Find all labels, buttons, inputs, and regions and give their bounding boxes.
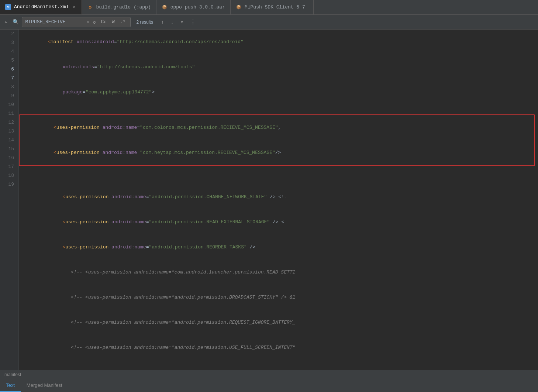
line-num-13: 13 xyxy=(0,127,18,136)
highlighted-block: <uses-permission android:name="com.color… xyxy=(19,114,535,166)
tab-merged-manifest[interactable]: Merged Manifest xyxy=(21,379,68,392)
tab-buildgradle[interactable]: ⚙ build.gradle (:app) xyxy=(82,0,156,14)
xml-ns: xmlns:android xyxy=(76,39,114,45)
code-line-10: <uses-permission android:name="android.p… xyxy=(19,185,538,210)
search-prev-button[interactable]: ↑ xyxy=(159,18,166,26)
line-num-18: 18 xyxy=(0,171,18,180)
aar-file-icon-mipush: 📦 xyxy=(236,4,242,10)
line-numbers: 2 3 4 5 6 7 8 9 10 11 12 13 14 15 16 17 … xyxy=(0,30,19,370)
line-num-10: 10 xyxy=(0,100,18,109)
tab-androidmanifest-label: AndroidManifest.xml xyxy=(14,4,69,10)
xml-ns-tools: xmlns:tools xyxy=(62,64,94,70)
code-content[interactable]: <manifest xmlns:android="http://schemas.… xyxy=(19,30,538,370)
search-results-count: 2 results xyxy=(134,20,156,25)
search-next-button[interactable]: ↓ xyxy=(169,18,175,26)
search-case-sensitive-button[interactable]: Cc xyxy=(100,18,108,25)
code-line-7: <uses-permission android:name="com.heyta… xyxy=(20,140,534,165)
gradle-file-icon: ⚙ xyxy=(87,4,93,10)
search-input[interactable] xyxy=(25,19,84,25)
xml-value-tools: "http://schemas.android.com/tools" xyxy=(97,64,195,70)
xml-comment-16: <!-- <uses-permission android:name="andr… xyxy=(48,345,295,350)
code-line-6: <uses-permission android:name="com.color… xyxy=(20,115,534,140)
code-line-3: xmlns:tools="http://schemas.android.com/… xyxy=(19,55,538,80)
xml-value-package: "com.appbyme.app194772" xyxy=(86,89,152,95)
tab-androidmanifest-close[interactable]: ✕ xyxy=(72,3,76,10)
xml-comment-15: <!-- <uses-permission android:name="andr… xyxy=(48,320,295,325)
tab-merged-manifest-label: Merged Manifest xyxy=(27,382,62,388)
code-line-17: <!-- <uses-permission android:name="andr… xyxy=(19,360,538,370)
line-num-3: 3 xyxy=(0,38,18,47)
xml-comment-13: <!-- <uses-permission android:name="com.… xyxy=(48,269,295,275)
code-area: 2 3 4 5 6 7 8 9 10 11 12 13 14 15 16 17 … xyxy=(0,30,538,370)
search-filter-button[interactable]: ▿ xyxy=(179,18,185,26)
code-line-13: <!-- <uses-permission android:name="com.… xyxy=(19,260,538,285)
status-tabs: Text Merged Manifest xyxy=(0,379,538,392)
search-clear-button[interactable]: ✕ xyxy=(86,19,89,25)
code-line-4: package="com.appbyme.app194772"> xyxy=(19,80,538,105)
search-bar: ▸ 🔍 ✕ ↺ Cc W .* 2 results ↑ ↓ ▿ ⋮ xyxy=(0,15,538,30)
tab-oppopush-label: oppo_push_3.0.0.aar xyxy=(170,4,225,10)
tab-androidmanifest[interactable]: M AndroidManifest.xml ✕ xyxy=(0,0,82,14)
line-num-16: 16 xyxy=(0,154,18,162)
line-num-19: 19 xyxy=(0,180,18,189)
xml-attr-package: package xyxy=(62,89,83,95)
expand-search-button[interactable]: ▸ xyxy=(3,18,10,26)
code-line-5 xyxy=(19,105,538,114)
line-num-14: 14 xyxy=(0,136,18,145)
aar-file-icon-oppo: 📦 xyxy=(162,4,168,10)
breadcrumb: manifest xyxy=(4,372,21,377)
xml-value: "http://schemas.android.com/apk/res/andr… xyxy=(117,39,244,45)
line-num-7: 7 xyxy=(0,74,18,83)
code-line-16: <!-- <uses-permission android:name="andr… xyxy=(19,335,538,360)
line-num-6: 6 xyxy=(0,65,18,74)
code-line-11: <uses-permission android:name="android.p… xyxy=(19,210,538,235)
search-more-button[interactable]: ⋮ xyxy=(188,18,198,27)
line-num-2: 2 xyxy=(0,30,18,38)
line-num-9: 9 xyxy=(0,92,18,100)
line-num-17: 17 xyxy=(0,162,18,171)
breadcrumb-bar: manifest xyxy=(0,370,538,379)
search-icon: 🔍 xyxy=(13,19,19,25)
xml-file-icon: M xyxy=(5,4,11,10)
line-num-15: 15 xyxy=(0,145,18,154)
line-num-8: 8 xyxy=(0,83,18,92)
line-num-5: 5 xyxy=(0,56,18,65)
tab-mipush-label: MiPush_SDK_Client_5_7_ xyxy=(245,4,308,10)
line-num-11: 11 xyxy=(0,109,18,118)
code-line-12: <uses-permission android:name="android.p… xyxy=(19,235,538,260)
tab-mipush[interactable]: 📦 MiPush_SDK_Client_5_7_ xyxy=(231,0,314,14)
code-line-9 xyxy=(19,176,538,185)
tab-text[interactable]: Text xyxy=(0,379,21,392)
xml-tag: manifest xyxy=(51,39,73,45)
search-input-box: ✕ ↺ Cc W .* xyxy=(22,17,130,27)
line-num-4: 4 xyxy=(0,47,18,56)
code-line-15: <!-- <uses-permission android:name="andr… xyxy=(19,310,538,335)
xml-comment-14: <!-- <uses-permission android:name="andr… xyxy=(48,295,295,300)
code-lines: <manifest xmlns:android="http://schemas.… xyxy=(19,30,538,370)
tab-text-label: Text xyxy=(6,382,15,388)
search-word-button[interactable]: W xyxy=(110,18,116,25)
tab-buildgradle-label: build.gradle (:app) xyxy=(96,4,151,10)
search-regex-button[interactable]: .* xyxy=(118,18,127,25)
line-num-12: 12 xyxy=(0,118,18,127)
code-line-2: <manifest xmlns:android="http://schemas.… xyxy=(19,30,538,55)
code-line-14: <!-- <uses-permission android:name="andr… xyxy=(19,285,538,310)
tab-oppopush[interactable]: 📦 oppo_push_3.0.0.aar xyxy=(156,0,231,14)
search-refresh-button[interactable]: ↺ xyxy=(92,18,97,26)
tab-bar: M AndroidManifest.xml ✕ ⚙ build.gradle (… xyxy=(0,0,538,15)
code-line-8 xyxy=(19,167,538,176)
